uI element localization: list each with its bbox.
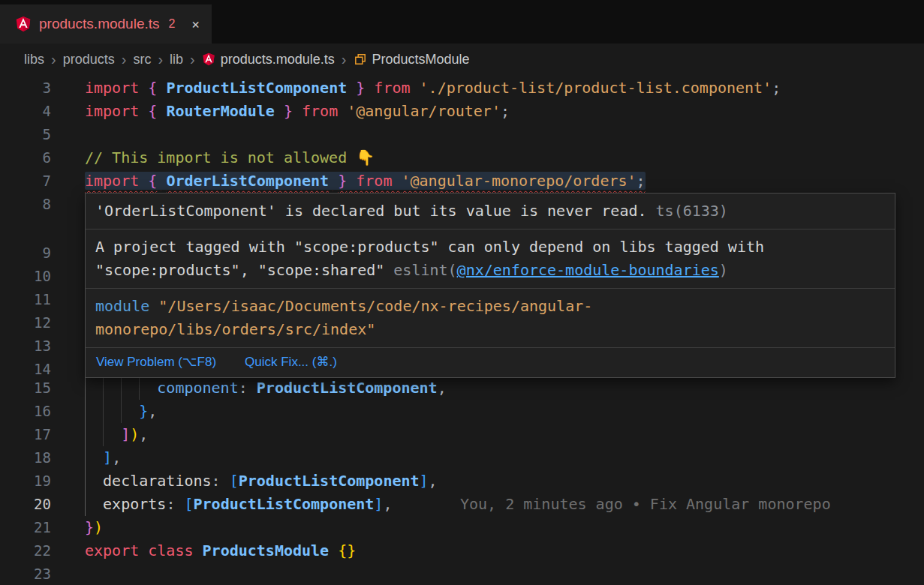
- code-line-18[interactable]: 18 ],: [0, 446, 924, 470]
- tab-close-icon[interactable]: ✕: [191, 16, 199, 32]
- line-number[interactable]: 21: [0, 516, 51, 539]
- ts-diagnostic-code: ts(6133): [656, 202, 728, 220]
- code-line-23[interactable]: 23: [0, 562, 924, 585]
- code-token: }: [139, 402, 148, 420]
- class-icon: [354, 52, 367, 66]
- hover-status-bar: View Problem (⌥F8) Quick Fix... (⌘.): [86, 347, 895, 377]
- code-token: ,: [383, 495, 392, 513]
- breadcrumb-separator: ›: [158, 52, 163, 67]
- line-number[interactable]: 20: [0, 493, 51, 516]
- code-token: ]: [374, 495, 383, 513]
- line-number[interactable]: 8: [0, 193, 51, 216]
- code-token: './product-list/product-list.component': [420, 79, 772, 97]
- code-line-17[interactable]: 17 ]),: [0, 423, 924, 446]
- line-number[interactable]: 17: [0, 423, 51, 446]
- code-line-19[interactable]: 19 declarations: [ProductListComponent],: [0, 470, 924, 493]
- eslint-source-open: eslint(: [393, 261, 456, 279]
- code-text: }): [85, 516, 103, 539]
- code-token: // This import is not allowed: [85, 148, 356, 166]
- code-token: }: [85, 518, 94, 536]
- code-text: import { ProductListComponent } from './…: [85, 76, 781, 100]
- breadcrumb-item-libs[interactable]: libs: [24, 52, 44, 68]
- code-line-5[interactable]: 5: [0, 123, 924, 146]
- view-problem-action[interactable]: View Problem (⌥F8): [96, 354, 216, 370]
- module-path-line-2: monorepo/libs/orders/src/index": [95, 320, 375, 338]
- code-token: :: [166, 495, 175, 513]
- line-number[interactable]: 18: [0, 446, 51, 470]
- eslint-rule-link[interactable]: @nx/enforce-module-boundaries: [457, 261, 719, 279]
- code-line-7[interactable]: 7import { OrderListComponent } from '@an…: [0, 170, 924, 193]
- breadcrumb-item-products-module-ts[interactable]: products.module.ts: [202, 52, 335, 68]
- code-token: [175, 495, 184, 513]
- code-token: '@angular/router': [347, 102, 501, 120]
- code-token: ,: [438, 379, 447, 397]
- code-text: import { OrderListComponent } from '@ang…: [85, 170, 646, 193]
- eslint-source-close: ): [719, 261, 728, 279]
- code-token: [157, 79, 166, 97]
- line-number[interactable]: 19: [0, 470, 51, 493]
- code-token: [347, 79, 356, 97]
- code-token: from: [293, 102, 347, 120]
- error-squiggle-highlight: import { OrderListComponent } from '@ang…: [85, 172, 646, 190]
- line-number[interactable]: 22: [0, 539, 51, 562]
- code-token: from: [347, 172, 401, 190]
- line-number[interactable]: 12: [0, 311, 51, 334]
- code-token: ,: [139, 425, 148, 443]
- code-token: ProductListComponent: [194, 495, 375, 513]
- ts-diagnostic-message: 'OrderListComponent' is declared but its…: [95, 202, 647, 220]
- code-line-21[interactable]: 21}): [0, 516, 924, 539]
- code-token: [157, 172, 166, 190]
- tab-products-module-ts[interactable]: products.module.ts 2 ✕: [0, 4, 212, 44]
- breadcrumb-item-lib[interactable]: lib: [170, 52, 183, 68]
- code-text: import { RouterModule } from '@angular/r…: [85, 100, 510, 123]
- line-number[interactable]: 3: [0, 76, 51, 100]
- line-number[interactable]: 16: [0, 400, 51, 423]
- line-number[interactable]: 13: [0, 334, 51, 358]
- breadcrumb-separator: ›: [51, 52, 56, 67]
- line-number[interactable]: 10: [0, 265, 51, 288]
- code-token: from: [365, 79, 419, 97]
- code-token: [157, 102, 166, 120]
- breadcrumb-item-products[interactable]: products: [63, 52, 115, 68]
- code-line-6[interactable]: 6// This import is not allowed 👇: [0, 146, 924, 170]
- code-token: exports: [85, 495, 166, 513]
- code-token: ,: [112, 448, 121, 466]
- code-line-16[interactable]: 16 },: [0, 400, 924, 423]
- code-text: ]),: [85, 423, 148, 446]
- line-number[interactable]: 7: [0, 170, 51, 193]
- line-number[interactable]: 23: [0, 562, 51, 585]
- breadcrumb-label: src: [133, 52, 151, 68]
- breadcrumb-item-src[interactable]: src: [133, 52, 151, 68]
- line-number[interactable]: 6: [0, 146, 51, 170]
- code-line-4[interactable]: 4import { RouterModule } from '@angular/…: [0, 100, 924, 123]
- code-token: import: [85, 79, 148, 97]
- module-path-line-1: "/Users/isaac/Documents/code/nx-recipes/…: [158, 297, 592, 315]
- code-token: [85, 448, 103, 466]
- tab-problems-badge: 2: [169, 17, 176, 31]
- line-number[interactable]: 5: [0, 123, 51, 146]
- code-token: {: [148, 172, 157, 190]
- line-number[interactable]: 4: [0, 100, 51, 123]
- code-token: [85, 402, 139, 420]
- code-text: component: ProductListComponent,: [85, 376, 447, 400]
- code-token: ProductListComponent: [257, 379, 438, 397]
- quick-fix-action[interactable]: Quick Fix... (⌘.): [245, 354, 337, 370]
- breadcrumb-item-productsmodule[interactable]: ProductsModule: [354, 52, 470, 68]
- eslint-message-line-2: "scope:products", "scope:shared"eslint(@…: [95, 259, 885, 282]
- code-line-22[interactable]: 22export class ProductsModule {}: [0, 539, 924, 562]
- module-keyword: module: [95, 297, 149, 315]
- breadcrumb-label: lib: [170, 52, 183, 68]
- breadcrumb-label: products.module.ts: [221, 52, 335, 68]
- code-token: ,: [148, 402, 157, 420]
- line-number[interactable]: 9: [0, 242, 51, 265]
- code-line-20[interactable]: 20 exports: [ProductListComponent],You, …: [0, 493, 924, 516]
- line-number[interactable]: 11: [0, 288, 51, 311]
- code-token: RouterModule: [166, 102, 275, 120]
- code-token: }: [338, 172, 347, 190]
- line-number[interactable]: 15: [0, 376, 51, 400]
- code-line-15[interactable]: 15 component: ProductListComponent,: [0, 376, 924, 400]
- code-token: {: [148, 102, 157, 120]
- code-token: {}: [338, 542, 356, 560]
- code-token: ProductsModule: [203, 542, 330, 560]
- code-line-3[interactable]: 3import { ProductListComponent } from '.…: [0, 76, 924, 100]
